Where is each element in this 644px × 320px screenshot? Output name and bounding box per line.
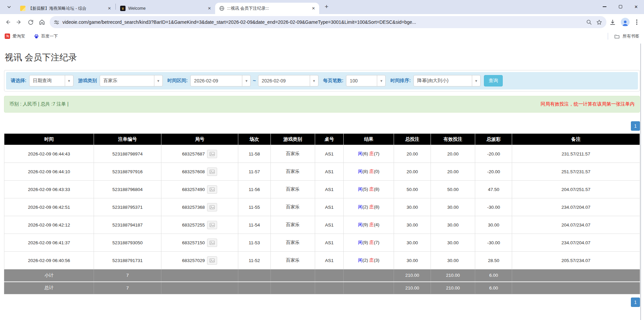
total-payout: 6.00 <box>475 282 512 294</box>
page-size-dropdown[interactable]: 100 ▼ <box>346 75 386 86</box>
round-result-image-icon[interactable] <box>207 203 217 211</box>
bookmark-baidu[interactable]: 百度一下 <box>34 34 58 39</box>
cell-game: 百家乐 <box>270 234 315 252</box>
url-text[interactable]: videoie.com/game/betrecord_search/kind3?… <box>62 19 583 25</box>
cell-table-no: AS1 <box>315 234 344 252</box>
bookmark-star-icon[interactable] <box>596 19 602 25</box>
total-label: 总计 <box>4 282 94 294</box>
cell-total-bet[interactable]: 30.00 <box>394 252 431 269</box>
date-end-dropdown[interactable]: 2026-02-09 ▼ <box>258 75 318 86</box>
page-1-button[interactable]: 1 <box>631 121 640 131</box>
reload-icon[interactable] <box>25 16 36 28</box>
round-id: 683257608 <box>182 169 205 174</box>
result-banker-label: 庄 <box>369 258 374 263</box>
tab-close-icon[interactable]: ✕ <box>310 5 316 11</box>
cell-payout: -20.00 <box>475 145 512 163</box>
round-result-image-icon[interactable] <box>207 256 217 265</box>
cell-time: 2026-02-09 06:44:43 <box>4 145 94 163</box>
table-row: 2026-02-09 06:44:43 523188798974 6832576… <box>4 145 640 163</box>
zoom-icon[interactable] <box>586 19 592 25</box>
cell-total-bet[interactable]: 50.00 <box>394 181 431 198</box>
cell-remark: 251.57/231.57 <box>512 163 640 181</box>
profile-avatar-icon[interactable] <box>621 18 630 26</box>
maximize-button[interactable] <box>612 0 628 13</box>
cell-remark: 204.07/251.57 <box>512 181 640 198</box>
sort-dropdown[interactable]: 降幂(由大到小) ▼ <box>413 75 481 86</box>
new-tab-button[interactable]: + <box>322 2 331 11</box>
download-icon[interactable] <box>609 19 616 26</box>
cell-session: 11-52 <box>238 252 270 269</box>
cell-total-bet[interactable]: 20.00 <box>394 145 431 163</box>
back-icon[interactable] <box>2 16 13 28</box>
cell-bet-id: 523188794187 <box>94 216 161 234</box>
date-end-value: 2026-02-09 <box>258 78 310 83</box>
cell-session: 11-54 <box>238 216 270 234</box>
cell-total-bet[interactable]: 20.00 <box>394 163 431 181</box>
result-player-label: 闲 <box>358 222 363 227</box>
result-banker-label: 庄 <box>369 204 374 209</box>
cell-game: 百家乐 <box>270 145 315 163</box>
url-bar[interactable]: videoie.com/game/betrecord_search/kind3?… <box>50 16 606 28</box>
table-row: 2026-02-09 06:42:12 523188794187 6832572… <box>4 216 640 234</box>
game-type-dropdown[interactable]: 百家乐 ▼ <box>100 75 163 86</box>
tab-welcome[interactable]: ♛ Welcome ✕ <box>116 3 215 14</box>
round-result-image-icon[interactable] <box>207 239 217 247</box>
date-separator: ~ <box>253 78 256 84</box>
cell-time: 2026-02-09 06:41:37 <box>4 234 94 252</box>
round-result-image-icon[interactable] <box>207 168 217 176</box>
round-result-image-icon[interactable] <box>207 150 217 158</box>
cell-total-bet[interactable]: 30.00 <box>394 216 431 234</box>
select-mode-value: 日期查询 <box>30 78 65 84</box>
page-1-button[interactable]: 1 <box>631 298 640 307</box>
all-bookmarks[interactable]: 所有书签 <box>608 33 639 40</box>
browser-toolbar: videoie.com/game/betrecord_search/kind3?… <box>0 14 644 30</box>
subtotal-total-bet: 210.00 <box>394 269 431 282</box>
round-result-image-icon[interactable] <box>207 185 217 194</box>
cell-result: 闲(6) 庄(7) <box>344 145 394 163</box>
cell-table-no: AS1 <box>315 181 344 198</box>
total-count: 7 <box>94 282 161 294</box>
result-player-score: (9) <box>362 240 368 245</box>
minimize-button[interactable] <box>597 0 612 13</box>
page-scrollbar[interactable] <box>640 44 641 320</box>
tab-forum[interactable]: 【新提醒】海燕策略论坛 - 综合 ✕ <box>16 3 115 14</box>
tab-search-icon[interactable] <box>4 2 14 12</box>
bookmark-taobao[interactable]: 淘 爱淘宝 <box>5 34 25 39</box>
game-type-label: 游戏类别 <box>78 78 97 84</box>
cell-time: 2026-02-09 06:44:10 <box>4 163 94 181</box>
result-player-label: 闲 <box>358 204 363 209</box>
tab-close-icon[interactable]: ✕ <box>206 5 212 11</box>
round-result-image-icon[interactable] <box>207 221 217 229</box>
cell-result: 闲(9) 庄(7) <box>344 234 394 252</box>
cell-result: 闲(2) 庄(8) <box>344 198 394 216</box>
table-body: 2026-02-09 06:44:43 523188798974 6832576… <box>4 145 640 269</box>
cell-result: 闲(2) 庄(3) <box>344 252 394 269</box>
filter-panel: 请选择: 日期查询 ▼ 游戏类别 百家乐 ▼ 时间区间: 2026-02-09 … <box>4 70 640 91</box>
menu-kebab-icon[interactable] <box>634 19 639 24</box>
home-icon[interactable] <box>36 16 48 28</box>
cell-session: 11-58 <box>238 145 270 163</box>
folder-icon <box>614 34 620 39</box>
cell-total-bet[interactable]: 30.00 <box>394 234 431 252</box>
date-start-dropdown[interactable]: 2026-02-09 ▼ <box>190 75 251 86</box>
tab-title: :::视讯 会员下注纪录::: <box>227 6 308 11</box>
cell-total-bet[interactable]: 30.00 <box>394 198 431 216</box>
select-mode-dropdown[interactable]: 日期查询 ▼ <box>29 75 73 86</box>
table-header-row: 时间注单编号局号场次游戏类别桌号结果总投注有效投注总派彩备注 <box>4 134 640 145</box>
column-header: 局号 <box>161 134 238 145</box>
cell-bet-id: 523188797916 <box>94 163 161 181</box>
cell-time: 2026-02-09 06:42:12 <box>4 216 94 234</box>
forward-icon[interactable] <box>13 16 25 28</box>
site-settings-icon[interactable] <box>54 19 59 25</box>
query-button[interactable]: 查询 <box>484 75 503 86</box>
cell-game: 百家乐 <box>270 198 315 216</box>
close-button[interactable]: ✕ <box>628 0 644 13</box>
tab-bet-records[interactable]: :::视讯 会员下注纪录::: ✕ <box>215 3 319 14</box>
table-row: 2026-02-09 06:43:33 523188796804 6832574… <box>4 181 640 198</box>
summary-bar: 币别 : 人民币 | 总共 :7 注单 | 同局有效投注，统一计算在该局第一张注… <box>4 96 640 113</box>
result-banker-score: (0) <box>374 169 380 174</box>
cell-round: 683257150 <box>161 234 238 252</box>
chevron-down-icon: ▼ <box>377 75 385 86</box>
result-banker-label: 庄 <box>369 187 374 192</box>
tab-close-icon[interactable]: ✕ <box>106 5 112 11</box>
